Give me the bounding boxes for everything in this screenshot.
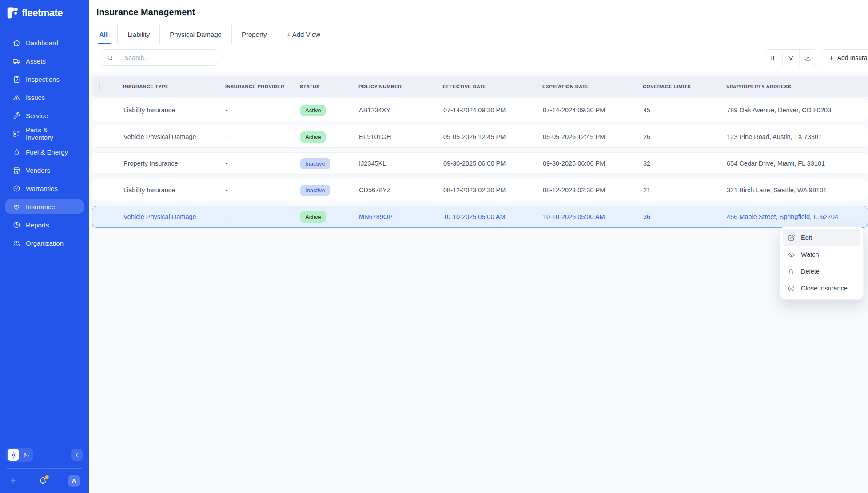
tab-all[interactable]: All	[96, 25, 118, 44]
table-header-row: INSURANCE TYPE INSURANCE PROVIDER STATUS…	[92, 76, 868, 97]
row-menu-button[interactable]	[850, 184, 862, 196]
tab-property[interactable]: Property	[232, 25, 277, 44]
sidebar-item-parts-inventory[interactable]: Parts & Inventory	[5, 127, 84, 141]
table-row-selected[interactable]: Vehicle Physical Damage - Active MN6789O…	[92, 206, 868, 228]
sidebar-item-inspections[interactable]: Inspections	[5, 72, 84, 86]
app-logo[interactable]: fleetmate	[0, 0, 89, 24]
table-row[interactable]: Property Insurance - Inactive IJ2345KL 0…	[92, 152, 868, 175]
column-header-vin-property-address[interactable]: VIN/PROPERTY ADDRESS	[723, 84, 850, 89]
sidebar-item-vendors[interactable]: Vendors	[5, 163, 84, 177]
add-quick-button[interactable]	[9, 477, 17, 485]
edit-icon	[788, 234, 795, 242]
user-avatar[interactable]: A	[68, 475, 80, 487]
trash-icon	[788, 268, 795, 275]
row-checkbox[interactable]	[100, 106, 100, 114]
cell-effective-date: 07-14-2024 09:30 PM	[440, 107, 539, 114]
cell-vin-property-address: 321 Birch Lane, Seattle, WA 98101	[723, 187, 850, 194]
table-row[interactable]: Liability Insurance - Active AB1234XY 07…	[92, 99, 868, 121]
search-input[interactable]	[119, 50, 217, 65]
select-all-checkbox[interactable]	[99, 82, 100, 91]
column-header-status[interactable]: STATUS	[296, 84, 355, 89]
toolbar: + Add Insurance	[96, 49, 868, 66]
moon-icon	[23, 452, 30, 458]
check-circle-icon	[788, 285, 795, 292]
sidebar-item-warranties[interactable]: Warranties	[5, 181, 84, 195]
cell-coverage-limits: 45	[640, 107, 723, 114]
view-tabs: All Liability Physical Damage Property +…	[89, 25, 868, 44]
cell-policy-number: CD5678YZ	[355, 187, 440, 194]
notifications-button[interactable]	[39, 477, 47, 485]
cell-vin-property-address: 654 Cedar Drive, Miami, FL 33101	[723, 160, 850, 167]
sidebar-item-service[interactable]: Service	[5, 108, 84, 123]
column-header-policy-number[interactable]: POLICY NUMBER	[355, 84, 439, 89]
columns-icon	[770, 54, 777, 62]
truck-icon	[12, 57, 21, 65]
cell-expiration-date: 07-14-2024 09:30 PM	[539, 107, 640, 114]
filter-button[interactable]	[782, 50, 799, 66]
dark-mode-button[interactable]	[20, 449, 32, 461]
context-menu-close-insurance[interactable]: Close Insurance	[783, 280, 860, 297]
add-insurance-button[interactable]: + Add Insurance	[821, 49, 868, 66]
row-menu-button[interactable]	[850, 131, 862, 143]
sidebar-item-issues[interactable]: Issues	[5, 90, 84, 104]
pie-chart-icon	[12, 221, 21, 229]
sidebar-item-label: Reports	[26, 221, 49, 229]
droplet-icon	[12, 148, 21, 156]
tab-physical-damage[interactable]: Physical Damage	[160, 25, 232, 44]
heart-icon	[12, 203, 21, 211]
sidebar-item-label: Issues	[26, 94, 45, 101]
sidebar-item-label: Inspections	[26, 76, 60, 83]
search-icon	[101, 50, 119, 65]
app-name: fleetmate	[22, 7, 63, 19]
context-menu-label: Watch	[801, 251, 819, 258]
tab-add-view[interactable]: + Add View	[277, 25, 330, 44]
context-menu-label: Close Insurance	[801, 285, 848, 292]
context-menu-delete[interactable]: Delete	[783, 263, 860, 280]
sidebar-item-fuel-energy[interactable]: Fuel & Energy	[5, 145, 84, 159]
search-box	[101, 49, 217, 66]
context-menu-edit[interactable]: Edit	[783, 229, 860, 246]
row-menu-button[interactable]	[850, 157, 862, 170]
sidebar-collapse-button[interactable]	[71, 449, 83, 461]
cell-insurance-type: Liability Insurance	[120, 107, 222, 114]
column-header-expiration-date[interactable]: EXPIRATION DATE	[539, 84, 639, 89]
context-menu-label: Delete	[801, 268, 820, 275]
cell-coverage-limits: 26	[640, 133, 723, 140]
column-header-insurance-type[interactable]: INSURANCE TYPE	[119, 84, 222, 89]
row-checkbox[interactable]	[100, 133, 100, 141]
columns-button[interactable]	[765, 50, 782, 66]
kebab-icon	[852, 133, 860, 140]
row-checkbox[interactable]	[100, 213, 100, 221]
sidebar-item-label: Vendors	[26, 167, 50, 174]
context-menu-watch[interactable]: Watch	[783, 246, 860, 263]
cell-expiration-date: 05-05-2026 12:45 PM	[539, 133, 640, 140]
export-button[interactable]	[799, 50, 816, 66]
home-icon	[12, 39, 21, 47]
warning-triangle-icon	[12, 93, 21, 102]
cell-insurance-type: Property Insurance	[120, 160, 222, 167]
sidebar-item-dashboard[interactable]: Dashboard	[5, 36, 84, 50]
row-menu-button[interactable]	[850, 211, 862, 223]
sidebar-item-assets[interactable]: Assets	[5, 54, 84, 68]
row-checkbox[interactable]	[100, 186, 100, 194]
table-row[interactable]: Liability Insurance - Inactive CD5678YZ …	[92, 179, 868, 201]
sun-icon	[10, 452, 17, 458]
sidebar-item-reports[interactable]: Reports	[5, 218, 84, 232]
column-header-coverage-limits[interactable]: COVERAGE LIMITS	[639, 84, 723, 89]
light-mode-button[interactable]	[8, 449, 19, 461]
cell-insurance-type: Liability Insurance	[120, 187, 222, 194]
column-header-effective-date[interactable]: EFFECTIVE DATE	[439, 84, 539, 89]
sidebar-item-insurance[interactable]: Insurance	[5, 199, 84, 214]
sidebar-item-label: Assets	[26, 57, 46, 65]
tab-liability[interactable]: Liability	[118, 25, 160, 44]
cell-vin-property-address: 789 Oak Avenue, Denver, CO 80203	[723, 107, 850, 114]
row-checkbox[interactable]	[100, 159, 100, 167]
filter-icon	[787, 54, 795, 62]
sidebar-item-organization[interactable]: Organization	[5, 236, 84, 250]
column-header-insurance-provider[interactable]: INSURANCE PROVIDER	[222, 84, 296, 89]
badge-check-icon	[12, 184, 21, 193]
cell-insurance-provider: -	[222, 160, 297, 167]
row-menu-button[interactable]	[850, 104, 862, 116]
list-grid-icon	[12, 130, 21, 138]
table-row[interactable]: Vehicle Physical Damage - Active EF9101G…	[92, 126, 868, 148]
